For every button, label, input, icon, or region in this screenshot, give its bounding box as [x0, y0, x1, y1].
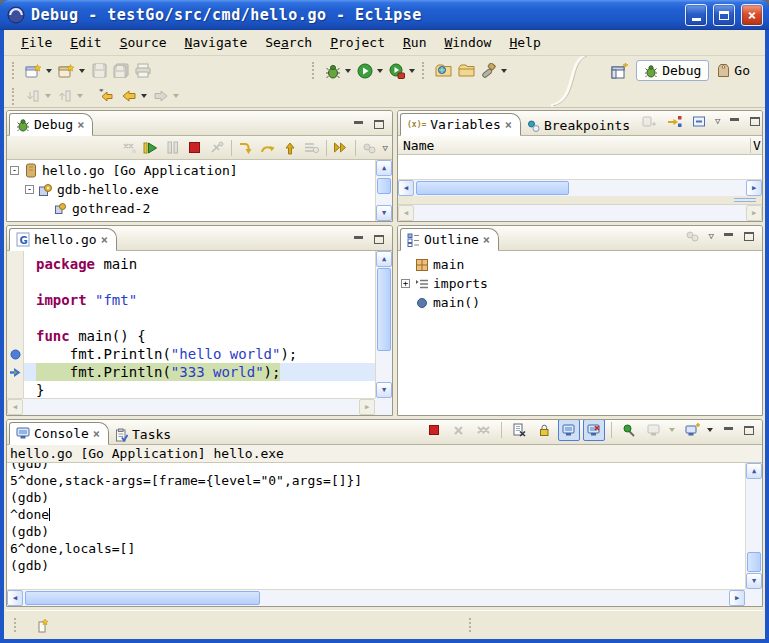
close-icon[interactable]: ×	[483, 235, 490, 245]
scroll-down-icon[interactable]: ▼	[746, 573, 762, 589]
view-menu-icon[interactable]: ▽	[713, 116, 722, 126]
previous-annotation-button[interactable]	[54, 85, 76, 107]
collapse-all-button[interactable]	[688, 110, 710, 132]
console-line[interactable]: (gdb)	[10, 489, 745, 506]
debug-tree-item[interactable]	[7, 218, 375, 221]
editor-horizontal-scrollbar[interactable]: ◀ ▶	[7, 398, 375, 415]
console-line[interactable]: 5^done,stack-args=[frame={level="0",args…	[10, 472, 745, 489]
search-dropdown[interactable]	[501, 69, 507, 73]
maximize-view-button[interactable]	[740, 422, 758, 438]
search-button[interactable]	[478, 60, 500, 82]
statusbar-grip[interactable]	[469, 618, 475, 632]
previous-annotation-dropdown[interactable]	[77, 94, 83, 98]
save-button[interactable]	[88, 60, 110, 82]
scroll-right-icon[interactable]: ▶	[729, 590, 745, 606]
scroll-up-icon[interactable]: ▲	[376, 251, 392, 267]
debug-misc-button[interactable]	[359, 137, 381, 159]
code-line[interactable]	[24, 273, 375, 291]
new-project-button[interactable]	[55, 60, 78, 82]
forward-dropdown[interactable]	[173, 94, 179, 98]
console-line[interactable]: 6^done,locals=[]	[10, 540, 745, 557]
gutter-cell[interactable]	[7, 273, 23, 291]
tab-outline[interactable]: Outline ×	[400, 228, 499, 251]
perspective-go-button[interactable]: Go	[714, 61, 753, 80]
scroll-down-icon[interactable]: ▼	[376, 382, 392, 398]
minimize-view-button[interactable]	[719, 422, 737, 438]
link-with-editor-button[interactable]	[682, 225, 704, 247]
gutter-cell[interactable]	[7, 327, 23, 345]
back-button[interactable]	[118, 85, 140, 107]
remove-all-terminated-button[interactable]	[118, 137, 140, 159]
toolbar-grip[interactable]	[12, 62, 18, 79]
console-line[interactable]: (gdb)	[10, 523, 745, 540]
show-console-stderr-button[interactable]	[583, 419, 605, 441]
open-console-button[interactable]	[681, 419, 703, 441]
tree-expander-icon[interactable]: -	[25, 185, 34, 194]
breakpoint-icon[interactable]	[7, 345, 23, 363]
display-console-dropdown[interactable]	[669, 428, 675, 432]
external-tools-dropdown[interactable]	[409, 69, 415, 73]
detail-pane-scrollbar[interactable]: ◀ ▶	[398, 204, 762, 221]
step-into-button[interactable]	[235, 137, 257, 159]
new-wizard-button[interactable]	[22, 60, 45, 82]
tab-variables[interactable]: (x)= Variables ×	[400, 113, 521, 136]
scroll-up-icon[interactable]: ▲	[746, 463, 762, 479]
gutter-cell[interactable]	[7, 255, 23, 273]
variables-table-area[interactable]	[398, 155, 762, 179]
minimize-view-button[interactable]	[725, 113, 743, 129]
editor-text-area[interactable]: package main import "fmt" func main() { …	[24, 251, 375, 398]
close-icon[interactable]: ×	[77, 120, 84, 130]
open-perspective-button[interactable]	[608, 60, 631, 82]
menu-window[interactable]: Window	[435, 32, 500, 53]
console-vertical-scrollbar[interactable]: ▲ ▼	[745, 463, 762, 589]
scroll-lock-button[interactable]	[533, 419, 555, 441]
open-type-button[interactable]	[432, 60, 455, 82]
outline-item[interactable]: +imports	[398, 274, 762, 293]
code-line[interactable]: fmt.Println("333 world");	[24, 363, 375, 381]
step-return-button[interactable]	[279, 137, 301, 159]
save-all-button[interactable]	[110, 60, 132, 82]
console-line[interactable]: (gdb)	[10, 557, 745, 574]
outline-item[interactable]: main()	[398, 293, 762, 312]
display-selected-console-button[interactable]	[643, 419, 665, 441]
tab-tasks[interactable]: Tasks	[109, 424, 179, 445]
menu-source[interactable]: Source	[111, 32, 176, 53]
debug-vertical-scrollbar[interactable]: ▲ ▼	[375, 160, 392, 221]
open-resource-button[interactable]	[455, 60, 478, 82]
tab-console[interactable]: Console ×	[9, 422, 109, 445]
scroll-up-icon[interactable]: ▲	[376, 160, 392, 176]
show-logical-structure-button[interactable]	[663, 110, 685, 132]
maximize-view-button[interactable]	[370, 116, 388, 132]
scroll-left-icon[interactable]: ◀	[398, 180, 414, 196]
debug-tree-item[interactable]: -gdb-hello.exe	[7, 180, 375, 199]
menu-run[interactable]: Run	[394, 32, 435, 53]
new-wizard-dropdown[interactable]	[46, 69, 52, 73]
close-button[interactable]: ×	[741, 4, 763, 26]
close-icon[interactable]: ×	[505, 120, 512, 130]
clear-console-button[interactable]	[508, 419, 530, 441]
tree-expander-icon[interactable]: +	[401, 279, 410, 288]
view-menu-icon[interactable]: ▽	[381, 143, 390, 153]
open-console-dropdown[interactable]	[707, 428, 713, 432]
console-terminate-button[interactable]	[423, 419, 445, 441]
maximize-view-button[interactable]	[370, 231, 388, 247]
maximize-button[interactable]	[713, 4, 735, 26]
tree-expander-icon[interactable]: -	[10, 166, 19, 175]
next-annotation-button[interactable]	[22, 85, 44, 107]
pin-console-button[interactable]	[618, 419, 640, 441]
gutter-cell[interactable]	[7, 309, 23, 327]
statusbar-grip[interactable]	[14, 618, 20, 632]
step-over-button[interactable]	[257, 137, 279, 159]
toolbar-grip[interactable]	[12, 88, 18, 105]
remove-launch-button[interactable]	[448, 419, 470, 441]
code-line[interactable]: fmt.Println("hello world");	[24, 345, 375, 363]
debug-tree-item[interactable]: gothread-2	[7, 199, 375, 218]
menu-edit[interactable]: Edit	[61, 32, 110, 53]
variables-column-header[interactable]: Name V	[398, 136, 762, 155]
scroll-right-icon[interactable]: ▶	[359, 399, 375, 415]
scrollbar-thumb[interactable]	[747, 552, 761, 572]
scroll-down-icon[interactable]: ▼	[376, 205, 392, 221]
disconnect-button[interactable]	[206, 137, 228, 159]
resume-button[interactable]	[140, 137, 162, 159]
use-step-filters-button[interactable]	[301, 137, 323, 159]
